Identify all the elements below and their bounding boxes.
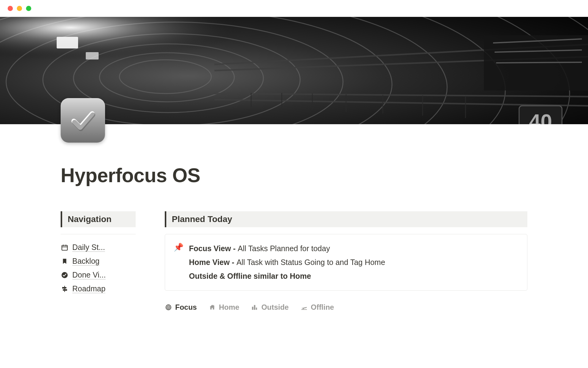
signpost-icon <box>61 285 69 293</box>
tab-label: Focus <box>175 303 197 312</box>
nav-item-daily-start[interactable]: Daily St... <box>61 240 136 254</box>
checkmark-icon <box>69 107 97 134</box>
tab-outside[interactable]: Outside <box>251 303 288 312</box>
bookmark-icon <box>61 257 69 265</box>
home-icon <box>209 304 216 311</box>
callout-line: Home View - All Task with Status Going t… <box>189 255 385 269</box>
svg-rect-42 <box>254 305 256 310</box>
svg-line-30 <box>496 62 582 63</box>
target-icon <box>165 304 172 311</box>
callout-body: Focus View - All Tasks Planned for today… <box>189 242 385 283</box>
nav-item-label: Daily St... <box>72 243 105 252</box>
nav-item-roadmap[interactable]: Roadmap <box>61 282 136 296</box>
tab-label: Home <box>219 303 239 312</box>
check-circle-icon <box>61 271 69 279</box>
airplane-icon <box>300 304 308 311</box>
svg-point-39 <box>168 307 169 308</box>
navigation-heading: Navigation <box>61 211 136 227</box>
nav-item-label: Done Vi... <box>72 270 106 279</box>
tab-label: Offline <box>311 303 334 312</box>
tab-label: Outside <box>261 303 288 312</box>
svg-rect-36 <box>64 286 65 292</box>
planned-today-callout[interactable]: 📌 Focus View - All Tasks Planned for tod… <box>165 234 527 291</box>
window-maximize-button[interactable] <box>26 6 31 11</box>
svg-rect-31 <box>62 245 67 250</box>
planned-today-heading-text: Planned Today <box>172 214 522 224</box>
callout-line: Outside & Offline similar to Home <box>189 269 385 283</box>
svg-rect-41 <box>252 307 254 310</box>
navigation-divider <box>61 234 136 234</box>
window-close-button[interactable] <box>8 6 13 11</box>
tab-home[interactable]: Home <box>209 303 239 312</box>
tab-focus[interactable]: Focus <box>165 303 197 312</box>
nav-item-backlog[interactable]: Backlog <box>61 254 136 268</box>
page-title[interactable]: Hyperfocus OS <box>61 164 527 187</box>
nav-item-label: Roadmap <box>72 284 105 293</box>
planned-today-heading: Planned Today <box>165 211 527 227</box>
tab-offline[interactable]: Offline <box>300 303 334 312</box>
svg-rect-40 <box>213 305 214 307</box>
building-icon <box>251 304 258 311</box>
callout-line: Focus View - All Tasks Planned for today <box>189 242 385 255</box>
calendar-icon <box>61 243 69 251</box>
nav-item-label: Backlog <box>72 257 100 266</box>
cover-sign-text: 40 <box>529 110 552 124</box>
svg-rect-24 <box>57 37 78 48</box>
navigation-heading-text: Navigation <box>68 214 130 224</box>
svg-rect-43 <box>256 308 257 310</box>
svg-rect-25 <box>86 52 99 59</box>
view-tabs: Focus Home Outside <box>165 303 527 312</box>
pushpin-icon: 📌 <box>174 242 183 283</box>
window-minimize-button[interactable] <box>17 6 22 11</box>
window-titlebar <box>0 0 588 17</box>
page-icon[interactable] <box>61 98 105 143</box>
nav-item-done-view[interactable]: Done Vi... <box>61 268 136 282</box>
